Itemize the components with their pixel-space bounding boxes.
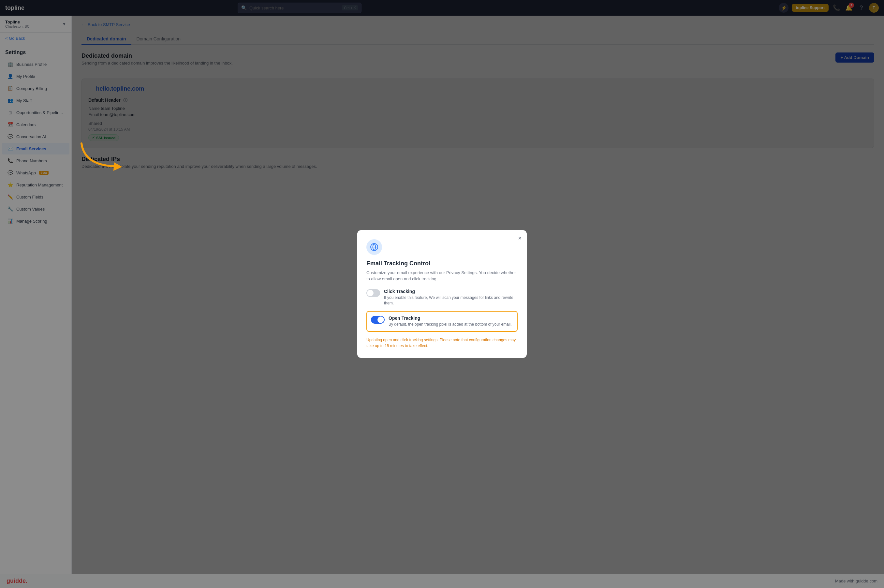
globe-icon bbox=[370, 243, 378, 251]
click-tracking-toggle[interactable] bbox=[366, 289, 380, 297]
svg-marker-0 bbox=[113, 162, 122, 171]
toggle-knob bbox=[367, 290, 374, 296]
modal-warning-text: Updating open and click tracking setting… bbox=[366, 337, 518, 349]
email-tracking-modal: × Email Tracking Control Customize your … bbox=[357, 230, 527, 358]
toggle-knob bbox=[377, 316, 384, 323]
open-tracking-label: Open Tracking bbox=[389, 315, 512, 321]
modal-icon-wrap bbox=[366, 239, 382, 255]
open-tracking-toggle[interactable] bbox=[371, 316, 385, 324]
modal-title: Email Tracking Control bbox=[366, 260, 518, 267]
modal-description: Customize your email experience with our… bbox=[366, 270, 518, 282]
click-tracking-row: Click Tracking If you enable this featur… bbox=[366, 289, 518, 306]
modal-close-button[interactable]: × bbox=[518, 236, 522, 241]
open-tracking-row: Open Tracking By default, the open track… bbox=[366, 311, 518, 332]
click-tracking-desc: If you enable this feature, We will scan… bbox=[384, 295, 518, 306]
open-tracking-desc: By default, the open tracking pixel is a… bbox=[389, 322, 512, 327]
modal-overlay[interactable]: × Email Tracking Control Customize your … bbox=[0, 0, 884, 588]
arrow-annotation bbox=[75, 137, 127, 177]
click-tracking-label: Click Tracking bbox=[384, 289, 518, 294]
